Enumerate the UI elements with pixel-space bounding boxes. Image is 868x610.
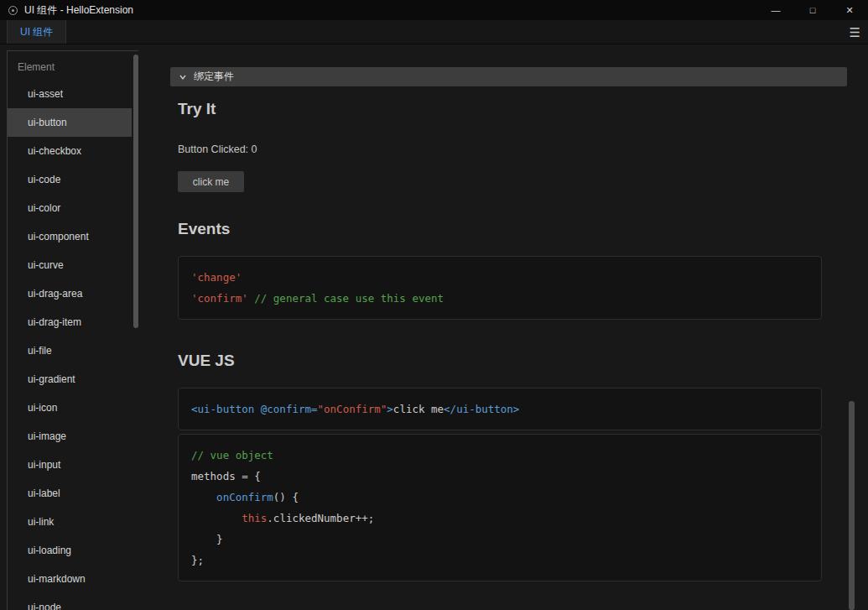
- code-line: this.clickedNumber++;: [191, 508, 808, 529]
- sidebar-item-ui-button[interactable]: ui-button: [8, 108, 132, 137]
- app-window: UI 组件 - HelloExtension — □ ✕ UI 组件 ☰ Ele…: [0, 0, 868, 610]
- section-header-bind-events[interactable]: 绑定事件: [170, 67, 847, 86]
- code-line: 'confirm' // general case use this event: [191, 288, 808, 309]
- vue-tag-code-block: <ui-button @confirm="onConfirm">click me…: [178, 388, 822, 430]
- section-header-label: 绑定事件: [194, 70, 234, 84]
- sidebar-item-ui-file[interactable]: ui-file: [8, 336, 132, 365]
- sidebar-item-ui-gradient[interactable]: ui-gradient: [8, 365, 132, 394]
- tabbar: UI 组件 ☰: [0, 20, 868, 44]
- sidebar-item-ui-color[interactable]: ui-color: [8, 194, 132, 222]
- sidebar-item-ui-component[interactable]: ui-component: [8, 222, 132, 251]
- code-line: onConfirm() {: [191, 487, 808, 508]
- code-line: // vue object: [191, 445, 808, 466]
- code-line: }: [191, 529, 808, 550]
- code-line: methods = {: [191, 466, 808, 487]
- app-icon: [8, 6, 18, 15]
- events-heading: Events: [178, 220, 230, 238]
- sidebar-item-ui-code[interactable]: ui-code: [8, 165, 132, 194]
- code-line: };: [191, 550, 808, 571]
- sidebar-item-ui-markdown[interactable]: ui-markdown: [8, 565, 132, 593]
- vuejs-heading: VUE JS: [178, 352, 235, 370]
- close-button[interactable]: ✕: [831, 0, 868, 20]
- code-line: <ui-button @confirm="onConfirm">click me…: [191, 399, 808, 420]
- tab-ui-components[interactable]: UI 组件: [7, 20, 66, 44]
- sidebar-item-ui-asset[interactable]: ui-asset: [8, 80, 132, 108]
- sidebar-item-ui-link[interactable]: ui-link: [8, 508, 132, 536]
- sidebar-item-ui-drag-item[interactable]: ui-drag-item: [8, 308, 132, 336]
- hamburger-menu-icon[interactable]: ☰: [850, 24, 860, 40]
- window-controls: — □ ✕: [757, 0, 868, 20]
- titlebar: UI 组件 - HelloExtension — □ ✕: [0, 0, 868, 20]
- sidebar-item-ui-drag-area[interactable]: ui-drag-area: [8, 279, 132, 308]
- sidebar-item-ui-curve[interactable]: ui-curve: [8, 251, 132, 279]
- sidebar-item-ui-icon[interactable]: ui-icon: [8, 394, 132, 422]
- sidebar-header: Element: [8, 51, 138, 80]
- sidebar-list: ui-assetui-buttonui-checkboxui-codeui-co…: [8, 80, 138, 610]
- chevron-down-icon: [179, 73, 187, 81]
- sidebar-scrollbar[interactable]: [133, 55, 138, 328]
- sidebar-item-ui-label[interactable]: ui-label: [8, 479, 132, 508]
- vue-object-code-block: // vue objectmethods = { onConfirm() { t…: [178, 434, 822, 581]
- clicked-counter-label: Button Clicked: 0: [178, 143, 257, 155]
- code-line: 'change': [191, 267, 808, 288]
- maximize-button[interactable]: □: [794, 0, 831, 20]
- sidebar-item-ui-loading[interactable]: ui-loading: [8, 536, 132, 565]
- sidebar-item-ui-checkbox[interactable]: ui-checkbox: [8, 137, 132, 165]
- sidebar: Element ui-assetui-buttonui-checkboxui-c…: [7, 50, 138, 610]
- sidebar-item-ui-node[interactable]: ui-node: [8, 593, 132, 610]
- try-it-heading: Try It: [178, 100, 216, 118]
- minimize-button[interactable]: —: [757, 0, 794, 20]
- content-scrollbar[interactable]: [849, 401, 855, 610]
- events-code-block: 'change''confirm' // general case use th…: [178, 256, 822, 320]
- sidebar-item-ui-input[interactable]: ui-input: [8, 451, 132, 479]
- window-title: UI 组件 - HelloExtension: [24, 3, 133, 18]
- click-me-button[interactable]: click me: [178, 171, 244, 192]
- sidebar-item-ui-image[interactable]: ui-image: [8, 422, 132, 451]
